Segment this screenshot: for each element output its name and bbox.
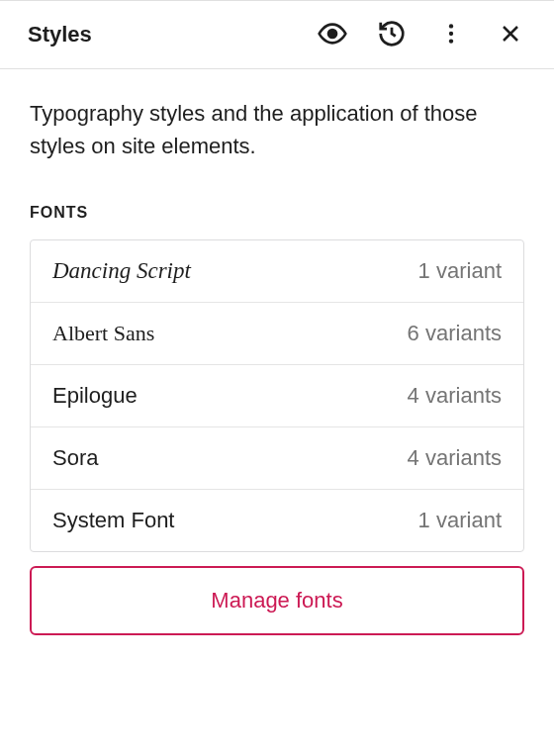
font-name: Sora [52,445,98,471]
svg-point-3 [449,39,453,43]
styles-panel: Styles [0,0,554,756]
font-variants: 4 variants [408,445,502,471]
font-name: Albert Sans [52,321,154,346]
style-book-button[interactable] [317,19,348,50]
typography-description: Typography styles and the application of… [30,97,524,162]
kebab-menu-icon [438,21,464,49]
header-actions [317,19,526,50]
close-button[interactable] [495,19,526,50]
close-icon [499,22,522,48]
revisions-button[interactable] [376,19,408,50]
font-row-sora[interactable]: Sora 4 variants [31,427,523,490]
font-variants: 4 variants [408,383,502,409]
eye-icon [317,18,348,52]
font-name: System Font [52,508,174,533]
manage-fonts-button[interactable]: Manage fonts [30,566,524,635]
font-name: Epilogue [52,383,138,409]
svg-point-2 [449,31,453,35]
font-row-dancing-script[interactable]: Dancing Script 1 variant [31,240,523,303]
panel-header: Styles [0,0,554,69]
font-variants: 1 variant [418,508,502,533]
font-row-albert-sans[interactable]: Albert Sans 6 variants [31,303,523,365]
svg-point-1 [449,24,453,28]
font-row-system-font[interactable]: System Font 1 variant [31,490,523,551]
panel-content: Typography styles and the application of… [0,69,554,635]
font-row-epilogue[interactable]: Epilogue 4 variants [31,365,523,427]
panel-title: Styles [28,22,317,47]
fonts-section-label: FONTS [30,204,524,222]
history-icon [377,19,407,51]
font-name: Dancing Script [52,258,191,284]
more-options-button[interactable] [435,19,467,50]
svg-point-0 [328,30,336,38]
font-list: Dancing Script 1 variant Albert Sans 6 v… [30,239,524,552]
font-variants: 6 variants [408,321,502,346]
font-variants: 1 variant [418,258,502,284]
